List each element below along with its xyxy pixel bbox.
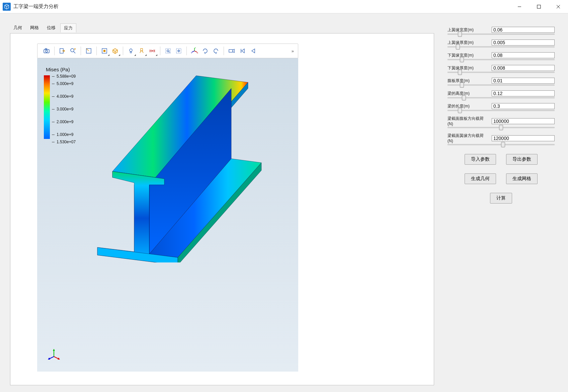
param-top_flange_width: 上翼缘宽度(m): [448, 27, 555, 35]
generate-mesh-button[interactable]: 生成网格: [506, 173, 538, 184]
tab-geometry[interactable]: 几何: [10, 23, 25, 32]
toolbar-more-icon[interactable]: »: [292, 49, 294, 54]
param-top_flange_thick: 上翼缘厚度(m): [448, 40, 555, 48]
titlebar: 工字梁一端受力分析: [0, 0, 568, 13]
svg-rect-1: [537, 5, 541, 8]
fit-screen-icon[interactable]: [99, 46, 109, 56]
play-reverse-icon[interactable]: [248, 46, 258, 56]
window-title: 工字梁一端受力分析: [13, 3, 510, 10]
beam-visualization: [37, 58, 298, 262]
svg-rect-15: [141, 49, 143, 51]
bot_flange_thick-slider[interactable]: [448, 72, 555, 73]
maximize-button[interactable]: [529, 0, 549, 13]
parameter-panel: 上翼缘宽度(m)上翼缘厚度(m)下翼缘宽度(m)下翼缘厚度(m)腹板厚度(m)梁…: [441, 13, 568, 392]
svg-line-9: [74, 52, 75, 53]
view-tabs: 几何 网格 位移 应力: [10, 23, 434, 32]
svg-line-23: [169, 52, 170, 53]
load_flange-input[interactable]: [492, 135, 555, 141]
axes-xyz-icon[interactable]: ZXY: [189, 46, 199, 56]
svg-text:X: X: [197, 52, 198, 54]
rotate-cw-icon[interactable]: [200, 46, 210, 56]
top_flange_thick-slider[interactable]: [448, 46, 555, 48]
param-beam_height: 梁的高度(m): [448, 90, 555, 98]
compute-button[interactable]: 计算: [490, 193, 512, 204]
svg-marker-43: [53, 349, 55, 351]
param-load_web: 梁截面腹板方向载荷(N): [448, 116, 555, 128]
tab-stress[interactable]: 应力: [60, 23, 76, 32]
import-params-button[interactable]: 导入参数: [465, 154, 496, 165]
web_thick-slider[interactable]: [448, 84, 555, 86]
load_web-input[interactable]: [492, 118, 555, 124]
svg-rect-6: [45, 49, 47, 50]
param-load_flange: 梁截面翼缘方向载荷(N): [448, 133, 555, 145]
svg-rect-12: [103, 50, 105, 52]
param-bot_flange_width: 下翼缘宽度(m): [448, 52, 555, 60]
svg-text:Z: Z: [195, 47, 196, 49]
svg-point-5: [46, 50, 48, 52]
3d-viewport[interactable]: Mises (Pa) 5.588e+095.000e+94.000e+93.00…: [37, 58, 298, 372]
svg-text:Y: Y: [191, 52, 192, 54]
param-beam_length: 梁的长度(m): [448, 103, 555, 111]
load_flange-slider[interactable]: [448, 144, 555, 145]
camera-icon[interactable]: [42, 46, 52, 56]
camera-record-icon[interactable]: [227, 46, 237, 56]
generate-geometry-button[interactable]: 生成几何: [465, 173, 496, 184]
svg-point-8: [71, 49, 74, 52]
app-icon: [3, 3, 11, 11]
minimize-button[interactable]: [510, 0, 529, 13]
tab-displacement[interactable]: 位移: [44, 23, 59, 32]
beam_length-slider[interactable]: [448, 110, 555, 111]
select-box-icon[interactable]: [84, 46, 94, 56]
param-bot_flange_thick: 下翼缘厚度(m): [448, 65, 555, 73]
zoom-search-icon[interactable]: [68, 46, 78, 56]
isometric-view-icon[interactable]: [110, 46, 120, 56]
bot_flange_width-slider[interactable]: [448, 59, 555, 60]
viewer-toolbar: ZXY »: [37, 44, 298, 58]
skip-start-icon[interactable]: [237, 46, 247, 56]
pan-all-icon[interactable]: [174, 46, 184, 56]
export-params-button[interactable]: 导出参数: [506, 154, 538, 165]
dimension-icon[interactable]: [147, 46, 157, 56]
svg-line-27: [192, 51, 194, 52]
light-icon[interactable]: [126, 46, 136, 56]
close-button[interactable]: [549, 0, 568, 13]
export-icon[interactable]: [57, 46, 67, 56]
param-web_thick: 腹板厚度(m): [448, 78, 555, 86]
load_web-slider[interactable]: [448, 127, 555, 128]
brush-icon[interactable]: [137, 46, 147, 56]
svg-rect-31: [229, 50, 233, 52]
svg-point-13: [130, 49, 132, 52]
zoom-window-icon[interactable]: [163, 46, 173, 56]
rotate-ccw-icon[interactable]: [211, 46, 221, 56]
axis-triad-icon: [47, 348, 61, 362]
beam_height-slider[interactable]: [448, 97, 555, 98]
view-frame: ZXY » Mises (Pa) 5.588e+095.000e+94.000e…: [10, 33, 434, 385]
tab-mesh[interactable]: 网格: [27, 23, 42, 32]
top_flange_width-slider[interactable]: [448, 33, 555, 35]
